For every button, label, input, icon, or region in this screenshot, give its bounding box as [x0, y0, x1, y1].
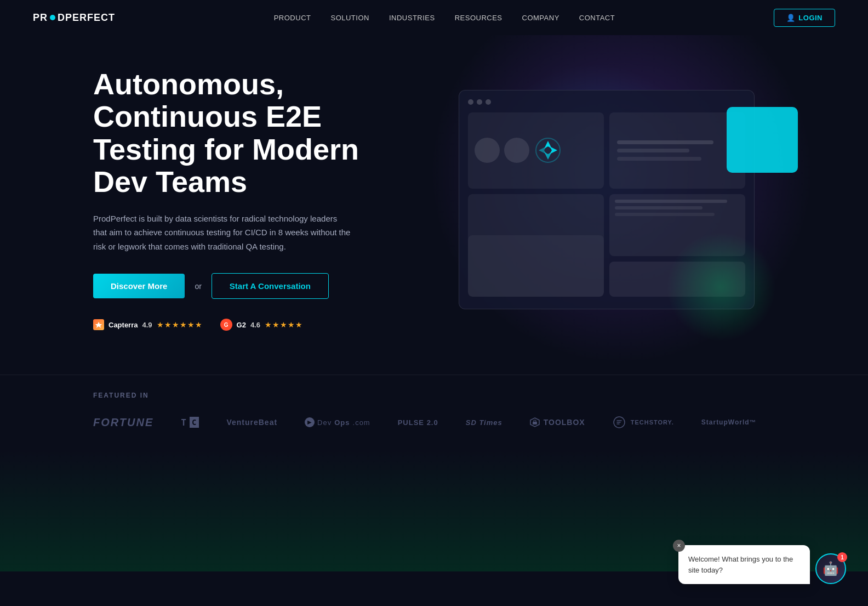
start-conversation-button[interactable]: Start A Conversation — [212, 273, 329, 299]
brand-techstory: TECHSTORY. — [613, 416, 674, 429]
nav-links: PRODUCT SOLUTION INDUSTRIES RESOURCES CO… — [274, 13, 615, 22]
hero-buttons: Discover More or Start A Conversation — [93, 273, 411, 299]
featured-section: FEATURED IN FORTUNE T C VentureBeat ▶ De… — [0, 375, 868, 451]
chatbot-avatar[interactable]: 🤖 1 — [815, 553, 846, 584]
prodperfect-icon — [534, 137, 562, 164]
dot-3 — [486, 99, 491, 105]
svg-marker-4 — [539, 146, 546, 154]
featured-label: FEATURED IN — [93, 392, 775, 399]
cyan-square-decoration — [727, 107, 798, 173]
chatbot-container: × Welcome! What brings you to the site t… — [678, 545, 846, 584]
mock-line-3 — [617, 157, 701, 161]
svg-rect-7 — [533, 422, 537, 424]
brand-pulse: PULSE 2.0 — [398, 418, 438, 427]
brand-toolbox: TOOLBOX — [530, 417, 585, 427]
mock-big-block — [468, 194, 604, 297]
nav-solution[interactable]: SOLUTION — [330, 14, 369, 22]
logo-dot — [50, 15, 55, 20]
robot-icon: 🤖 — [823, 561, 839, 576]
mock-line-2 — [617, 149, 689, 152]
dot-1 — [468, 99, 473, 105]
hero-section: Autonomous, Continuous E2E Testing for M… — [0, 35, 868, 375]
brand-sdtimes: SD Times — [466, 418, 502, 427]
login-button[interactable]: 👤 LOGIN — [774, 9, 835, 27]
brand-devops: ▶ DevOps.com — [305, 417, 370, 427]
g2-stars: ★★★★★ — [265, 320, 303, 329]
nav-contact[interactable]: CONTACT — [579, 14, 615, 22]
chat-message: Welcome! What brings you to the site tod… — [688, 554, 800, 575]
chat-close-button[interactable]: × — [673, 540, 685, 552]
brand-fortune: FORTUNE — [93, 416, 153, 429]
g2-rating: G G2 4.6 ★★★★★ — [220, 319, 303, 331]
brand-venturebeat: VentureBeat — [226, 418, 277, 427]
hero-description: ProdPerfect is built by data scientists … — [93, 212, 351, 254]
capterra-stars: ★★★★★★ — [157, 320, 203, 329]
mock-circle-1 — [475, 138, 500, 163]
capterra-rating: Capterra 4.9 ★★★★★★ — [93, 319, 203, 330]
logo-suffix: DPERFECT — [58, 12, 115, 24]
nav-industries[interactable]: INDUSTRIES — [389, 14, 435, 22]
toolbox-hex-icon — [530, 417, 540, 427]
user-icon: 👤 — [786, 14, 796, 22]
nav-company[interactable]: COMPANY — [522, 14, 559, 22]
g2-icon: G — [220, 319, 232, 331]
logo-text: PR — [33, 12, 48, 24]
pp-logo-mockup — [534, 136, 562, 165]
svg-marker-5 — [550, 146, 557, 154]
brand-tc: T C — [181, 417, 199, 428]
browser-dots — [468, 99, 745, 105]
discover-more-button[interactable]: Discover More — [93, 274, 185, 298]
brand-startupworld: StartupWorld™ — [701, 418, 757, 426]
mock-lines-block — [609, 112, 745, 189]
mock-circle-2 — [504, 138, 529, 163]
nav-product[interactable]: PRODUCT — [274, 14, 311, 22]
mock-circles-block — [468, 112, 604, 189]
login-label: LOGIN — [798, 14, 823, 22]
capterra-score: 4.9 — [142, 321, 152, 329]
logos-strip: FORTUNE T C VentureBeat ▶ DevOps.com PUL… — [93, 416, 775, 429]
svg-marker-0 — [95, 322, 102, 328]
logo[interactable]: PR DPERFECT — [33, 12, 115, 24]
mock-line-1 — [617, 140, 713, 144]
browser-mockup — [459, 90, 755, 309]
g2-label: G2 — [237, 321, 246, 329]
capterra-label: Capterra — [108, 321, 138, 329]
capterra-icon — [93, 319, 104, 330]
techstory-icon — [613, 416, 626, 429]
hero-visual — [411, 90, 802, 309]
ratings-row: Capterra 4.9 ★★★★★★ G G2 4.6 ★★★★★ — [93, 319, 411, 331]
or-separator: or — [195, 282, 201, 291]
hero-title: Autonomous, Continuous E2E Testing for M… — [93, 68, 411, 199]
green-glow-decoration — [666, 232, 776, 342]
nav-resources[interactable]: RESOURCES — [455, 14, 502, 22]
navigation: PR DPERFECT PRODUCT SOLUTION INDUSTRIES … — [0, 0, 868, 35]
chat-bubble: × Welcome! What brings you to the site t… — [678, 545, 810, 584]
g2-score: 4.6 — [250, 321, 260, 329]
hero-content: Autonomous, Continuous E2E Testing for M… — [93, 68, 411, 331]
dot-2 — [477, 99, 482, 105]
notification-badge: 1 — [837, 552, 847, 562]
